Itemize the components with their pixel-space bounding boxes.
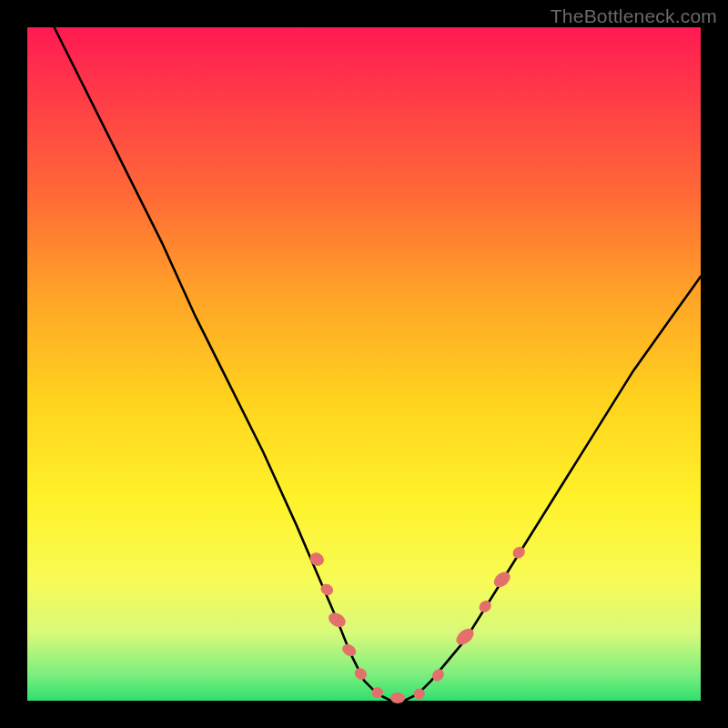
marker-bottom — [390, 693, 405, 703]
plot-area — [27, 27, 701, 701]
marker-right-cluster — [511, 544, 527, 561]
marker-left-cluster — [340, 642, 359, 659]
chart-frame: TheBottleneck.com — [0, 0, 728, 728]
marker-right-cluster — [477, 598, 493, 614]
chart-svg — [27, 27, 701, 701]
marker-left-cluster — [352, 665, 369, 682]
marker-left-cluster — [308, 551, 327, 569]
marker-right-cluster — [491, 569, 513, 591]
curve-markers — [308, 544, 528, 703]
bottleneck-curve — [55, 27, 701, 701]
marker-left-cluster — [326, 610, 348, 630]
watermark-text: TheBottleneck.com — [551, 5, 717, 27]
